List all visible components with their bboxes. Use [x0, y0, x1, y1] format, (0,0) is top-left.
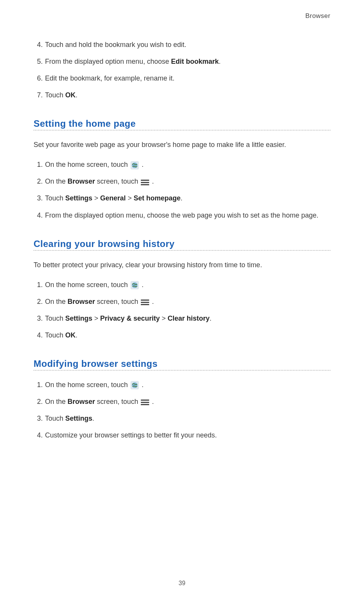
- heading-homepage: Setting the home page: [34, 118, 330, 129]
- svg-rect-14: [141, 404, 149, 405]
- step-number: 1.: [34, 160, 43, 169]
- step-number: 3.: [34, 313, 43, 323]
- browser-globe-icon: [130, 281, 139, 289]
- svg-rect-8: [141, 302, 149, 303]
- text-span: Touch: [45, 415, 65, 422]
- text-span: .: [92, 415, 94, 422]
- svg-rect-12: [141, 400, 149, 401]
- text-span: .: [219, 58, 221, 65]
- step-3: 3. Touch Settings > Privacy & security >…: [34, 313, 330, 323]
- text-span: On the home screen, touch: [45, 161, 130, 168]
- step-text: From the displayed option menu, choose t…: [44, 210, 330, 220]
- divider: [34, 130, 330, 131]
- step-1: 1. On the home screen, touch .: [34, 280, 330, 290]
- step-text: On the Browser screen, touch .: [44, 397, 330, 407]
- step-number: 2.: [34, 176, 43, 186]
- divider: [34, 370, 330, 371]
- text-span: Touch: [45, 331, 65, 339]
- step-number: 1.: [34, 380, 43, 390]
- step-number: 3.: [34, 193, 43, 203]
- step-3: 3. Touch Settings.: [34, 413, 330, 423]
- svg-point-6: [132, 282, 138, 288]
- text-span: .: [180, 194, 182, 202]
- step-text: Touch Settings > Privacy & security > Cl…: [44, 313, 330, 323]
- step-number: 4.: [34, 430, 43, 440]
- bold-span: Settings: [65, 315, 92, 322]
- bold-span: Settings: [65, 415, 92, 422]
- svg-point-11: [132, 383, 138, 388]
- step-text: Touch OK.: [44, 90, 330, 100]
- step-2: 2. On the Browser screen, touch .: [34, 397, 330, 407]
- step-4: 4. From the displayed option menu, choos…: [34, 210, 330, 220]
- text-span: .: [142, 381, 143, 389]
- divider: [34, 250, 330, 251]
- text-span: screen, touch: [95, 398, 140, 405]
- step-text: On the home screen, touch .: [44, 280, 330, 290]
- bold-span: Set homepage: [134, 194, 180, 202]
- bold-span: Browser: [68, 178, 95, 185]
- modify-steps: 1. On the home screen, touch . 2. On the…: [34, 380, 330, 440]
- heading-modify: Modifying browser settings: [34, 358, 330, 369]
- menu-icon: [141, 299, 149, 305]
- bold-span: Clear history: [168, 315, 209, 322]
- step-text: Customize your browser settings to bette…: [44, 430, 330, 440]
- step-text: Touch OK.: [44, 330, 330, 340]
- step-text: On the Browser screen, touch .: [44, 176, 330, 186]
- bold-span: OK: [65, 91, 76, 99]
- bold-span: Settings: [65, 194, 92, 202]
- text-span: On the home screen, touch: [45, 381, 130, 389]
- svg-rect-3: [141, 182, 149, 183]
- text-span: >: [160, 315, 168, 322]
- step-text: Touch Settings.: [44, 413, 330, 423]
- text-span: screen, touch: [95, 178, 140, 185]
- menu-icon: [141, 179, 149, 186]
- step-2: 2. On the Browser screen, touch .: [34, 176, 330, 186]
- text-span: .: [152, 398, 154, 405]
- step-2: 2. On the Browser screen, touch .: [34, 297, 330, 307]
- svg-rect-9: [141, 304, 149, 305]
- text-span: .: [209, 315, 211, 322]
- step-text: On the home screen, touch .: [44, 380, 330, 390]
- text-span: >: [92, 194, 100, 202]
- bold-span: Edit bookmark: [171, 58, 219, 65]
- text-span: On the: [45, 298, 68, 305]
- text-span: Touch: [45, 315, 65, 322]
- svg-point-1: [132, 162, 138, 168]
- text-span: >: [126, 194, 134, 202]
- step-number: 5.: [34, 56, 43, 66]
- text-span: .: [76, 91, 77, 99]
- step-number: 2.: [34, 297, 43, 307]
- text-span: .: [142, 161, 143, 168]
- text-span: .: [142, 281, 143, 289]
- bold-span: General: [100, 194, 126, 202]
- bold-span: OK: [65, 331, 76, 339]
- step-text: Edit the bookmark, for example, rename i…: [44, 73, 330, 83]
- text-span: .: [152, 298, 154, 305]
- text-span: Touch: [45, 194, 65, 202]
- step-5: 5. From the displayed option menu, choos…: [34, 56, 330, 66]
- step-number: 3.: [34, 413, 43, 423]
- step-text: On the Browser screen, touch .: [44, 297, 330, 307]
- step-4: 4. Touch OK.: [34, 330, 330, 340]
- step-text: Touch and hold the bookmark you wish to …: [44, 40, 330, 50]
- text-span: >: [92, 315, 100, 322]
- page-number: 39: [0, 580, 364, 587]
- text-span: On the: [45, 178, 68, 185]
- text-span: .: [152, 178, 154, 185]
- step-1: 1. On the home screen, touch .: [34, 380, 330, 390]
- svg-rect-13: [141, 402, 149, 403]
- svg-rect-4: [141, 184, 149, 185]
- step-number: 4.: [34, 40, 43, 50]
- text-span: On the home screen, touch: [45, 281, 130, 289]
- text-span: .: [76, 331, 77, 339]
- svg-rect-7: [141, 300, 149, 301]
- bold-span: Browser: [68, 398, 95, 405]
- svg-rect-2: [141, 179, 149, 181]
- step-number: 4.: [34, 330, 43, 340]
- menu-icon: [141, 399, 149, 405]
- step-number: 4.: [34, 210, 43, 220]
- step-6: 6. Edit the bookmark, for example, renam…: [34, 73, 330, 83]
- browser-globe-icon: [130, 381, 139, 389]
- history-steps: 1. On the home screen, touch . 2. On the…: [34, 280, 330, 340]
- homepage-steps: 1. On the home screen, touch . 2. On the…: [34, 160, 330, 220]
